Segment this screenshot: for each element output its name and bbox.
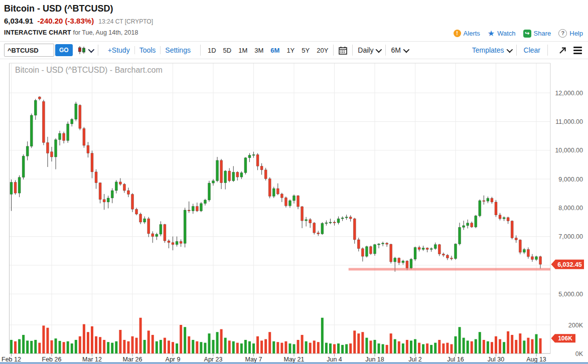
svg-text:9,000.00: 9,000.00 bbox=[558, 176, 583, 183]
svg-text:8,000.00: 8,000.00 bbox=[558, 205, 583, 212]
svg-text:10,000.00: 10,000.00 bbox=[555, 147, 583, 154]
svg-text:Jul 30: Jul 30 bbox=[488, 356, 504, 363]
svg-text:Feb 12: Feb 12 bbox=[2, 356, 21, 363]
svg-text:Jun 4: Jun 4 bbox=[327, 356, 342, 363]
svg-text:106K: 106K bbox=[558, 335, 572, 342]
svg-text:Jul 16: Jul 16 bbox=[447, 356, 464, 363]
chart-watermark-title: Bitcoin - USD (^BTCUSD) - Barchart.com bbox=[15, 66, 163, 75]
svg-text:Mar 12: Mar 12 bbox=[82, 356, 102, 363]
svg-text:5,000.00: 5,000.00 bbox=[558, 291, 583, 298]
svg-text:Feb 26: Feb 26 bbox=[42, 356, 62, 363]
support-trendline bbox=[349, 268, 550, 271]
svg-text:May 21: May 21 bbox=[284, 356, 305, 363]
svg-text:200K: 200K bbox=[568, 322, 583, 329]
svg-text:Jul 2: Jul 2 bbox=[408, 356, 421, 363]
svg-text:Apr 23: Apr 23 bbox=[204, 356, 223, 363]
svg-text:Mar 26: Mar 26 bbox=[123, 356, 142, 363]
svg-text:12,000.00: 12,000.00 bbox=[555, 90, 583, 97]
svg-text:Jun 18: Jun 18 bbox=[365, 356, 384, 363]
svg-text:6,032.45: 6,032.45 bbox=[557, 261, 582, 268]
page-bottom-rule bbox=[0, 362, 588, 363]
svg-text:Apr 9: Apr 9 bbox=[166, 356, 181, 363]
svg-text:7,000.00: 7,000.00 bbox=[558, 233, 583, 240]
svg-text:Aug 13: Aug 13 bbox=[526, 356, 546, 363]
svg-text:11,000.00: 11,000.00 bbox=[555, 118, 583, 125]
price-chart-canvas[interactable]: 12,000.0011,000.0010,000.009,000.008,000… bbox=[0, 0, 588, 364]
svg-text:0K: 0K bbox=[575, 350, 583, 357]
svg-text:May 7: May 7 bbox=[245, 356, 262, 363]
